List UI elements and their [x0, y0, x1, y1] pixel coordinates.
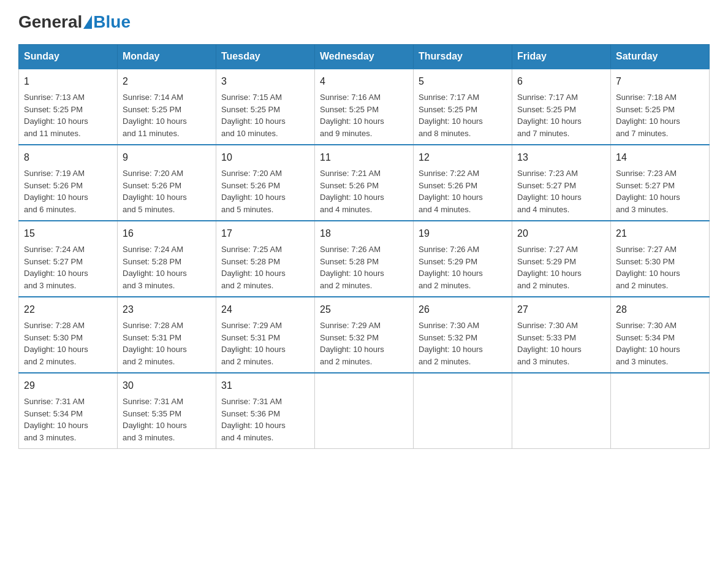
- day-number: 5: [419, 74, 507, 89]
- day-number: 17: [221, 226, 309, 241]
- day-info: Sunrise: 7:31 AM Sunset: 5:36 PM Dayligh…: [221, 396, 309, 443]
- weekday-header-wednesday: Wednesday: [315, 45, 414, 69]
- day-cell: 14 Sunrise: 7:23 AM Sunset: 5:27 PM Dayl…: [611, 145, 710, 221]
- day-number: 1: [24, 74, 112, 89]
- day-info: Sunrise: 7:30 AM Sunset: 5:34 PM Dayligh…: [616, 320, 704, 367]
- day-info: Sunrise: 7:13 AM Sunset: 5:25 PM Dayligh…: [24, 91, 112, 139]
- day-number: 8: [24, 150, 112, 165]
- day-info: Sunrise: 7:30 AM Sunset: 5:32 PM Dayligh…: [419, 320, 507, 367]
- week-row-1: 1 Sunrise: 7:13 AM Sunset: 5:25 PM Dayli…: [19, 69, 710, 145]
- day-number: 19: [419, 226, 507, 241]
- day-number: 28: [616, 302, 704, 317]
- day-cell: 6 Sunrise: 7:17 AM Sunset: 5:25 PM Dayli…: [512, 69, 611, 145]
- day-info: Sunrise: 7:28 AM Sunset: 5:30 PM Dayligh…: [24, 320, 112, 367]
- day-cell: 24 Sunrise: 7:29 AM Sunset: 5:31 PM Dayl…: [216, 297, 315, 373]
- day-number: 16: [123, 226, 211, 241]
- day-info: Sunrise: 7:23 AM Sunset: 5:27 PM Dayligh…: [616, 167, 704, 215]
- day-info: Sunrise: 7:31 AM Sunset: 5:34 PM Dayligh…: [24, 396, 112, 443]
- day-info: Sunrise: 7:17 AM Sunset: 5:25 PM Dayligh…: [419, 91, 507, 139]
- day-cell: [611, 373, 710, 449]
- day-number: 26: [419, 302, 507, 317]
- day-info: Sunrise: 7:15 AM Sunset: 5:25 PM Dayligh…: [221, 91, 309, 139]
- weekday-header-row: SundayMondayTuesdayWednesdayThursdayFrid…: [19, 45, 710, 69]
- day-cell: 12 Sunrise: 7:22 AM Sunset: 5:26 PM Dayl…: [414, 145, 512, 221]
- day-cell: 13 Sunrise: 7:23 AM Sunset: 5:27 PM Dayl…: [512, 145, 611, 221]
- day-cell: 3 Sunrise: 7:15 AM Sunset: 5:25 PM Dayli…: [216, 69, 315, 145]
- day-cell: 30 Sunrise: 7:31 AM Sunset: 5:35 PM Dayl…: [118, 373, 216, 449]
- day-number: 29: [24, 378, 112, 393]
- day-info: Sunrise: 7:26 AM Sunset: 5:28 PM Dayligh…: [320, 243, 408, 291]
- day-number: 22: [24, 302, 112, 317]
- weekday-header-thursday: Thursday: [414, 45, 512, 69]
- day-number: 7: [616, 74, 704, 89]
- day-info: Sunrise: 7:27 AM Sunset: 5:29 PM Dayligh…: [517, 243, 605, 291]
- day-number: 6: [517, 74, 605, 89]
- day-cell: 1 Sunrise: 7:13 AM Sunset: 5:25 PM Dayli…: [19, 69, 118, 145]
- day-cell: 20 Sunrise: 7:27 AM Sunset: 5:29 PM Dayl…: [512, 221, 611, 297]
- day-info: Sunrise: 7:14 AM Sunset: 5:25 PM Dayligh…: [123, 91, 211, 139]
- day-number: 14: [616, 150, 704, 165]
- day-cell: 26 Sunrise: 7:30 AM Sunset: 5:32 PM Dayl…: [414, 297, 512, 373]
- day-info: Sunrise: 7:22 AM Sunset: 5:26 PM Dayligh…: [419, 167, 507, 215]
- day-info: Sunrise: 7:26 AM Sunset: 5:29 PM Dayligh…: [419, 243, 507, 291]
- weekday-header-tuesday: Tuesday: [216, 45, 315, 69]
- day-info: Sunrise: 7:29 AM Sunset: 5:32 PM Dayligh…: [320, 320, 408, 367]
- day-cell: 31 Sunrise: 7:31 AM Sunset: 5:36 PM Dayl…: [216, 373, 315, 449]
- weekday-header-sunday: Sunday: [19, 45, 118, 69]
- week-row-5: 29 Sunrise: 7:31 AM Sunset: 5:34 PM Dayl…: [19, 373, 710, 449]
- day-number: 11: [320, 150, 408, 165]
- day-cell: 9 Sunrise: 7:20 AM Sunset: 5:26 PM Dayli…: [118, 145, 216, 221]
- calendar-table: SundayMondayTuesdayWednesdayThursdayFrid…: [18, 44, 710, 449]
- day-cell: 28 Sunrise: 7:30 AM Sunset: 5:34 PM Dayl…: [611, 297, 710, 373]
- page-header: General Blue: [18, 12, 710, 32]
- week-row-4: 22 Sunrise: 7:28 AM Sunset: 5:30 PM Dayl…: [19, 297, 710, 373]
- day-info: Sunrise: 7:24 AM Sunset: 5:28 PM Dayligh…: [123, 243, 211, 291]
- day-cell: 16 Sunrise: 7:24 AM Sunset: 5:28 PM Dayl…: [118, 221, 216, 297]
- day-cell: 23 Sunrise: 7:28 AM Sunset: 5:31 PM Dayl…: [118, 297, 216, 373]
- day-cell: 18 Sunrise: 7:26 AM Sunset: 5:28 PM Dayl…: [315, 221, 414, 297]
- weekday-header-monday: Monday: [118, 45, 216, 69]
- day-info: Sunrise: 7:28 AM Sunset: 5:31 PM Dayligh…: [123, 320, 211, 367]
- day-info: Sunrise: 7:20 AM Sunset: 5:26 PM Dayligh…: [221, 167, 309, 215]
- day-cell: 22 Sunrise: 7:28 AM Sunset: 5:30 PM Dayl…: [19, 297, 118, 373]
- day-cell: 10 Sunrise: 7:20 AM Sunset: 5:26 PM Dayl…: [216, 145, 315, 221]
- day-cell: 5 Sunrise: 7:17 AM Sunset: 5:25 PM Dayli…: [414, 69, 512, 145]
- day-info: Sunrise: 7:21 AM Sunset: 5:26 PM Dayligh…: [320, 167, 408, 215]
- day-number: 27: [517, 302, 605, 317]
- day-number: 20: [517, 226, 605, 241]
- day-number: 9: [123, 150, 211, 165]
- day-cell: 27 Sunrise: 7:30 AM Sunset: 5:33 PM Dayl…: [512, 297, 611, 373]
- week-row-2: 8 Sunrise: 7:19 AM Sunset: 5:26 PM Dayli…: [19, 145, 710, 221]
- day-number: 18: [320, 226, 408, 241]
- day-info: Sunrise: 7:20 AM Sunset: 5:26 PM Dayligh…: [123, 167, 211, 215]
- day-info: Sunrise: 7:27 AM Sunset: 5:30 PM Dayligh…: [616, 243, 704, 291]
- weekday-header-friday: Friday: [512, 45, 611, 69]
- day-number: 4: [320, 74, 408, 89]
- day-info: Sunrise: 7:19 AM Sunset: 5:26 PM Dayligh…: [24, 167, 112, 215]
- logo-triangle-icon: [83, 15, 92, 29]
- day-number: 30: [123, 378, 211, 393]
- logo: General Blue: [18, 12, 131, 32]
- day-info: Sunrise: 7:24 AM Sunset: 5:27 PM Dayligh…: [24, 243, 112, 291]
- day-number: 31: [221, 378, 309, 393]
- day-number: 10: [221, 150, 309, 165]
- day-number: 13: [517, 150, 605, 165]
- day-cell: 2 Sunrise: 7:14 AM Sunset: 5:25 PM Dayli…: [118, 69, 216, 145]
- week-row-3: 15 Sunrise: 7:24 AM Sunset: 5:27 PM Dayl…: [19, 221, 710, 297]
- day-number: 21: [616, 226, 704, 241]
- day-number: 15: [24, 226, 112, 241]
- day-info: Sunrise: 7:23 AM Sunset: 5:27 PM Dayligh…: [517, 167, 605, 215]
- day-info: Sunrise: 7:31 AM Sunset: 5:35 PM Dayligh…: [123, 396, 211, 443]
- day-number: 23: [123, 302, 211, 317]
- day-number: 12: [419, 150, 507, 165]
- logo-general-text: General: [18, 12, 82, 32]
- day-cell: [512, 373, 611, 449]
- day-info: Sunrise: 7:18 AM Sunset: 5:25 PM Dayligh…: [616, 91, 704, 139]
- day-number: 2: [123, 74, 211, 89]
- day-cell: 25 Sunrise: 7:29 AM Sunset: 5:32 PM Dayl…: [315, 297, 414, 373]
- weekday-header-saturday: Saturday: [611, 45, 710, 69]
- day-info: Sunrise: 7:30 AM Sunset: 5:33 PM Dayligh…: [517, 320, 605, 367]
- day-cell: 29 Sunrise: 7:31 AM Sunset: 5:34 PM Dayl…: [19, 373, 118, 449]
- day-number: 25: [320, 302, 408, 317]
- logo-blue-text: Blue: [93, 12, 131, 32]
